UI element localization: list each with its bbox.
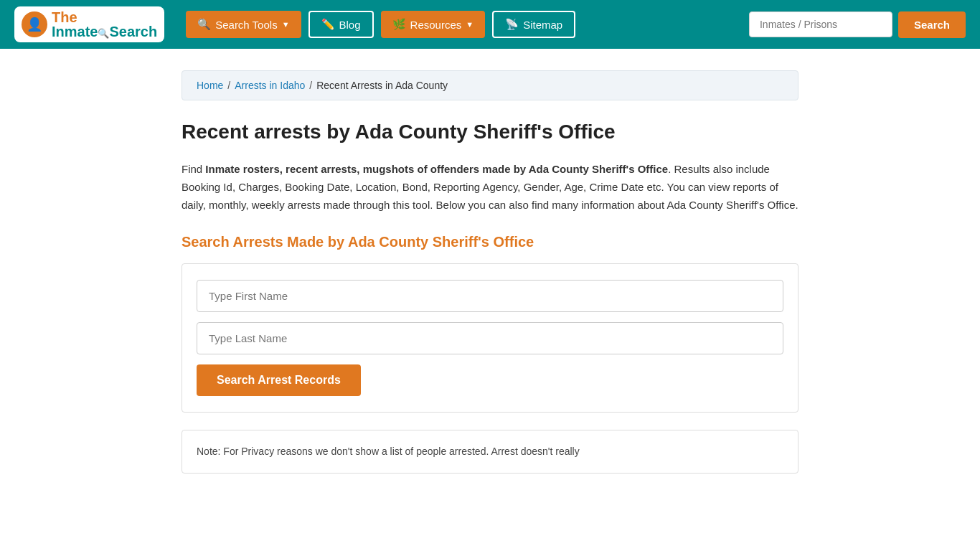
search-arrest-records-button[interactable]: Search Arrest Records bbox=[197, 364, 361, 396]
last-name-input[interactable] bbox=[197, 322, 783, 354]
breadcrumb-current: Recent Arrests in Ada County bbox=[316, 80, 448, 91]
search-arrest-label: Search Arrest Records bbox=[217, 374, 341, 386]
chevron-down-icon-resources: ▼ bbox=[466, 20, 473, 29]
nav-search-button[interactable]: Search bbox=[898, 11, 966, 38]
resources-label: Resources bbox=[410, 19, 462, 31]
sitemap-label: Sitemap bbox=[523, 19, 562, 31]
privacy-note: Note: For Privacy reasons we don't show … bbox=[182, 430, 798, 473]
blog-icon: ✏️ bbox=[321, 18, 335, 31]
nav-search-bar: Search bbox=[749, 11, 966, 38]
first-name-input[interactable] bbox=[197, 280, 783, 312]
search-tools-icon: 🔍 bbox=[197, 18, 211, 31]
blog-label: Blog bbox=[339, 19, 361, 31]
sitemap-icon: 📡 bbox=[505, 18, 519, 31]
search-section-title: Search Arrests Made by Ada County Sherif… bbox=[182, 234, 798, 250]
search-tools-button[interactable]: 🔍 Search Tools ▼ bbox=[186, 11, 301, 38]
nav-search-label: Search bbox=[914, 19, 950, 31]
nav-search-input[interactable] bbox=[749, 11, 892, 37]
chevron-down-icon: ▼ bbox=[282, 20, 290, 29]
logo-text: TheInmate🔍Search bbox=[52, 10, 157, 39]
description-start: Find bbox=[182, 163, 205, 175]
page-title: Recent arrests by Ada County Sheriff's O… bbox=[182, 121, 798, 143]
search-form-box: Search Arrest Records bbox=[182, 263, 798, 413]
note-text: Note: For Privacy reasons we don't show … bbox=[197, 446, 580, 457]
description-bold: Inmate rosters, recent arrests, mugshots… bbox=[205, 163, 668, 175]
breadcrumb-arrests-idaho[interactable]: Arrests in Idaho bbox=[235, 80, 305, 91]
navbar: 👤 TheInmate🔍Search 🔍 Search Tools ▼ ✏️ B… bbox=[0, 0, 980, 49]
resources-icon: 🌿 bbox=[392, 18, 406, 31]
main-content: Home / Arrests in Idaho / Recent Arrests… bbox=[167, 49, 813, 495]
breadcrumb-sep-1: / bbox=[227, 80, 230, 91]
breadcrumb: Home / Arrests in Idaho / Recent Arrests… bbox=[182, 70, 798, 100]
logo-icon: 👤 bbox=[22, 11, 47, 37]
breadcrumb-home[interactable]: Home bbox=[197, 80, 223, 91]
logo-link[interactable]: 👤 TheInmate🔍Search bbox=[14, 6, 164, 42]
sitemap-button[interactable]: 📡 Sitemap bbox=[492, 11, 575, 38]
resources-button[interactable]: 🌿 Resources ▼ bbox=[381, 11, 486, 38]
breadcrumb-sep-2: / bbox=[309, 80, 312, 91]
blog-button[interactable]: ✏️ Blog bbox=[308, 11, 374, 38]
page-description: Find Inmate rosters, recent arrests, mug… bbox=[182, 161, 798, 214]
search-tools-label: Search Tools bbox=[215, 19, 277, 31]
